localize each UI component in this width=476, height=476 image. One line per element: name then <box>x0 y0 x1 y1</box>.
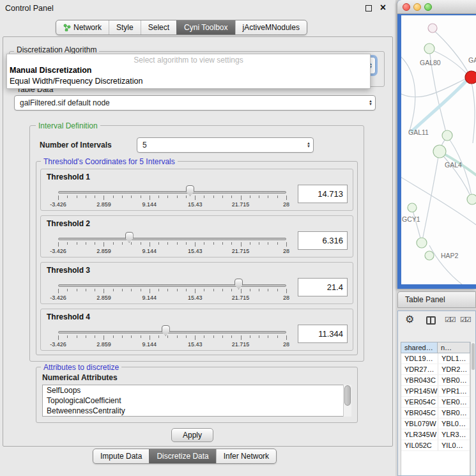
tick-mark <box>167 289 168 291</box>
settings-gear-icon[interactable]: ⚙ <box>405 313 414 325</box>
algorithm-option-equal-width[interactable]: Equal Width/Frequency Discretization <box>7 76 370 87</box>
network-node-gal11[interactable] <box>442 130 452 141</box>
tab-cyni-toolbox[interactable]: Cyni Toolbox <box>176 20 234 35</box>
table-cell[interactable]: YLR345W <box>401 429 438 440</box>
table-row[interactable]: YBR045CYBR0… <box>401 408 470 418</box>
attribute-item[interactable]: TopologicalCoefficient <box>43 395 351 406</box>
highlighted-edge[interactable] <box>411 79 468 132</box>
minimize-traffic-light-icon[interactable] <box>413 3 421 11</box>
table-cell[interactable]: YDR27… <box>401 364 438 374</box>
table-row[interactable]: YDR27…YDR2… <box>401 364 470 375</box>
network-node-gcy1[interactable] <box>408 203 417 212</box>
tab-impute-data[interactable]: Impute Data <box>93 449 149 463</box>
node-label-gal4: GAL4 <box>445 161 462 169</box>
attribute-item[interactable]: BetweennessCentrality <box>43 406 351 416</box>
column-header-name[interactable]: n… <box>438 342 470 353</box>
threshold-1-slider[interactable]: -3.4262.8599.14415.4321.71528 <box>58 183 286 210</box>
table-row[interactable]: YIL052CYIL0… <box>401 440 470 451</box>
attribute-item[interactable]: SelfLoops <box>43 385 351 395</box>
table-cell[interactable]: YDL19… <box>401 353 438 364</box>
table-cell[interactable]: YPR1… <box>438 386 470 396</box>
attributes-scrollbar[interactable] <box>343 385 351 417</box>
close-traffic-light-icon[interactable] <box>403 3 410 11</box>
network-node[interactable] <box>428 24 437 33</box>
combo-stepper-icon[interactable]: ▲▼ <box>307 142 311 148</box>
scale-label: 9.144 <box>142 201 157 208</box>
tick-mark <box>259 196 259 198</box>
network-node[interactable] <box>417 238 427 248</box>
combo-stepper-icon[interactable]: ▲▼ <box>369 100 372 106</box>
close-icon[interactable]: × <box>380 2 386 13</box>
selected-node[interactable] <box>465 71 476 84</box>
float-window-icon[interactable] <box>365 5 372 12</box>
algorithm-option-manual[interactable]: Manual Discretization <box>7 65 370 76</box>
table-cell[interactable]: YER054C <box>401 397 438 407</box>
slider-track[interactable] <box>58 238 286 240</box>
slider-track[interactable] <box>58 284 286 287</box>
network-graph[interactable]: GAL80 GA GAL11 GAL4 GCY1 HAP2 <box>401 15 476 284</box>
network-node-gal4[interactable] <box>433 145 446 158</box>
num-intervals-combobox[interactable]: 5 ▲▼ <box>137 137 314 153</box>
table-cell[interactable]: YER0… <box>438 397 470 407</box>
select-all-checkboxes-icon[interactable]: ☑☑ <box>445 316 455 324</box>
slider-tick-strip <box>58 196 286 201</box>
column-header-shared[interactable]: shared… <box>401 342 438 353</box>
table-cell[interactable]: YBR0… <box>438 408 470 418</box>
slider-thumb[interactable] <box>234 279 243 289</box>
threshold-2-slider[interactable]: -3.4262.8599.14415.4321.71528 <box>58 230 286 257</box>
network-canvas[interactable]: GAL80 GA GAL11 GAL4 GCY1 HAP2 <box>401 15 476 284</box>
table-row[interactable]: YPR145WYPR1… <box>401 386 470 397</box>
slider-track[interactable] <box>58 331 286 334</box>
tick-mark <box>259 289 259 291</box>
table-cell[interactable]: YIL0… <box>438 440 470 450</box>
table-cell[interactable]: YPR145W <box>401 386 438 396</box>
tab-jactivemnodules[interactable]: jActiveMNodules <box>235 20 307 35</box>
table-row[interactable]: YLR345WYLR3… <box>401 429 470 440</box>
table-cell[interactable]: YBR043C <box>401 375 438 385</box>
network-node-hap2[interactable] <box>425 251 434 260</box>
tab-infer-network[interactable]: Infer Network <box>216 449 276 463</box>
slider-thumb[interactable] <box>186 185 194 196</box>
table-cell[interactable]: YDL1… <box>438 353 470 364</box>
table-scrollbar-thumb[interactable] <box>472 343 475 370</box>
table-cell[interactable]: YBR045C <box>401 408 438 418</box>
tab-style[interactable]: Style <box>109 20 141 35</box>
tick-mark <box>141 335 141 338</box>
zoom-traffic-light-icon[interactable] <box>424 3 432 11</box>
table-scrollbar[interactable] <box>470 342 475 475</box>
table-row[interactable]: YER054CYER0… <box>401 397 470 408</box>
unselect-all-checkboxes-icon[interactable]: ☑☑ <box>460 316 470 324</box>
tick-mark <box>58 289 59 293</box>
slider-thumb[interactable] <box>125 232 134 243</box>
apply-button[interactable]: Apply <box>171 428 213 442</box>
threshold-value-field[interactable]: 14.713 <box>298 185 348 203</box>
table-row[interactable]: YDL19…YDL1… <box>401 353 470 364</box>
slider-track[interactable] <box>58 191 286 194</box>
scrollbar-thumb[interactable] <box>344 385 351 406</box>
table-panel-titlebar[interactable]: Table Panel <box>397 291 476 308</box>
threshold-4-slider[interactable]: -3.4262.8599.14415.4321.71528 <box>58 323 286 350</box>
table-cell[interactable]: YIL052C <box>401 440 438 450</box>
threshold-value-field[interactable]: 6.316 <box>298 231 348 250</box>
threshold-3-slider[interactable]: -3.4262.8599.14415.4321.71528 <box>58 277 286 303</box>
tick-mark <box>177 289 178 291</box>
tab-network[interactable]: Network <box>56 20 109 35</box>
numerical-attributes-list[interactable]: SelfLoopsTopologicalCoefficientBetweenne… <box>42 385 351 417</box>
table-row[interactable]: YBL079WYBL0… <box>401 418 470 429</box>
table-cell[interactable]: YBR0… <box>438 375 470 385</box>
table-cell[interactable]: YBL079W <box>401 418 438 429</box>
network-node-gal80[interactable] <box>424 43 434 54</box>
table-cell[interactable]: YBL0… <box>438 418 470 429</box>
tab-select[interactable]: Select <box>141 20 176 35</box>
threshold-value-field[interactable]: 11.344 <box>298 325 348 343</box>
tab-discretize-data[interactable]: Discretize Data <box>149 449 215 463</box>
slider-thumb[interactable] <box>162 325 170 336</box>
network-window-titlebar[interactable] <box>397 0 476 14</box>
threshold-value-field[interactable]: 21.4 <box>298 278 348 296</box>
table-cell[interactable]: YDR2… <box>438 364 470 374</box>
table-row[interactable]: YBR043CYBR0… <box>401 375 470 386</box>
column-chooser-icon[interactable] <box>426 316 436 325</box>
network-node[interactable] <box>467 194 476 204</box>
table-cell[interactable]: YLR3… <box>438 429 470 440</box>
table-data-combobox[interactable]: galFiltered.sif default node ▲▼ <box>14 95 376 111</box>
